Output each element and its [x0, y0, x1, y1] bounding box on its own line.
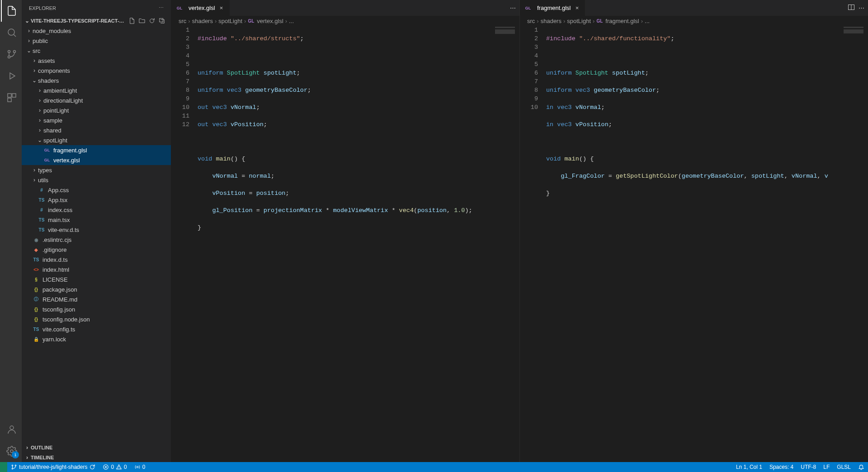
- status-lncol[interactable]: Ln 1, Col 1: [732, 462, 766, 472]
- json-icon: {}: [33, 306, 40, 313]
- chevron-right-icon: ›: [31, 57, 38, 64]
- chevron-right-icon: ›: [215, 18, 217, 24]
- new-file-button[interactable]: [127, 16, 137, 25]
- remote-button[interactable]: [0, 462, 7, 472]
- tree-file-app-tsx[interactable]: TSApp.tsx: [22, 195, 171, 205]
- sidebar-more[interactable]: ⋯: [159, 5, 164, 11]
- chevron-right-icon: ›: [563, 18, 565, 24]
- chevron-right-icon: ›: [36, 117, 43, 123]
- code-editor[interactable]: 123456789101112 #include "../shared/stru…: [171, 26, 519, 462]
- tree-folder-shaders[interactable]: ⌄shaders: [22, 76, 171, 85]
- breadcrumb[interactable]: src› shaders› spotLight› GLvertex.glsl› …: [171, 16, 519, 26]
- refresh-button[interactable]: [147, 16, 156, 25]
- tree-folder-utils[interactable]: ›utils: [22, 175, 171, 185]
- tree-file-vite-config[interactable]: TSvite.config.ts: [22, 324, 171, 334]
- ts-icon: TS: [38, 226, 45, 233]
- close-icon[interactable]: ×: [218, 5, 225, 11]
- tree-folder-pointLight[interactable]: ›pointLight: [22, 105, 171, 115]
- tree-file-eslintrc[interactable]: ◉.eslintrc.cjs: [22, 235, 171, 245]
- status-notifications[interactable]: [854, 462, 868, 472]
- tab-vertex-glsl[interactable]: GL vertex.glsl ×: [171, 0, 230, 16]
- tree-file-index-html[interactable]: <>index.html: [22, 264, 171, 274]
- status-ports[interactable]: 0: [131, 462, 149, 472]
- tabs-bar: GL fragment.glsl × ⋯: [520, 0, 868, 16]
- minimap[interactable]: [492, 26, 519, 462]
- svg-point-16: [137, 466, 138, 468]
- html-icon: <>: [33, 266, 40, 273]
- tabs-bar: GL vertex.glsl × ⋯: [171, 0, 519, 16]
- ts-icon: TS: [33, 326, 40, 333]
- new-folder-button[interactable]: [137, 16, 146, 25]
- activity-search[interactable]: [1, 22, 23, 43]
- chevron-right-icon: ›: [244, 18, 246, 24]
- account-icon: [6, 424, 17, 435]
- code-content: #include "../shared/functionality"; unif…: [546, 26, 868, 462]
- tree-file-vertex-glsl[interactable]: GLvertex.glsl: [22, 155, 171, 165]
- editor-more[interactable]: ⋯: [859, 5, 864, 11]
- status-branch[interactable]: tutorial/three-js/light-shaders: [7, 462, 99, 472]
- tree-file-gitignore[interactable]: ◆.gitignore: [22, 245, 171, 255]
- code-editor[interactable]: 12345678910 #include "../shared/function…: [520, 26, 868, 462]
- editor-more[interactable]: ⋯: [510, 5, 516, 11]
- glsl-icon: GL: [176, 5, 183, 12]
- chevron-right-icon: ›: [593, 18, 594, 24]
- tree-folder-sample[interactable]: ›sample: [22, 115, 171, 125]
- breadcrumb[interactable]: src› shaders› spotLight› GLfragment.glsl…: [520, 16, 868, 26]
- tab-fragment-glsl[interactable]: GL fragment.glsl ×: [520, 0, 585, 16]
- status-eol[interactable]: LF: [820, 462, 833, 472]
- tree-file-tsconfig-node[interactable]: {}tsconfig.node.json: [22, 314, 171, 324]
- tree-file-tsconfig[interactable]: {}tsconfig.json: [22, 304, 171, 314]
- svg-point-1: [8, 51, 10, 53]
- chevron-right-icon: ›: [36, 97, 43, 104]
- tree-file-index-css[interactable]: #index.css: [22, 205, 171, 215]
- glsl-icon: GL: [248, 19, 254, 24]
- project-section-header[interactable]: ⌄ VITE-THREEJS-TYPESCRIPT-REACT-GLSL-STA…: [22, 16, 171, 26]
- status-language[interactable]: GLSL: [833, 462, 854, 472]
- tree-folder-ambientLight[interactable]: ›ambientLight: [22, 85, 171, 95]
- tree-file-index-dts[interactable]: TSindex.d.ts: [22, 255, 171, 264]
- activity-extensions[interactable]: [1, 87, 23, 109]
- glsl-icon: GL: [43, 146, 51, 154]
- tree-folder-shared[interactable]: ›shared: [22, 125, 171, 135]
- sidebar: EXPLORER ⋯ ⌄ VITE-THREEJS-TYPESCRIPT-REA…: [22, 0, 171, 462]
- chevron-right-icon: ›: [31, 177, 38, 183]
- tree-folder-components[interactable]: ›components: [22, 66, 171, 76]
- tree-file-fragment-glsl[interactable]: GLfragment.glsl: [22, 145, 171, 155]
- activity-scm[interactable]: [1, 43, 23, 65]
- activity-settings[interactable]: 1: [1, 440, 23, 462]
- tree-folder-node_modules[interactable]: ›node_modules: [22, 26, 171, 36]
- files-icon: [6, 5, 17, 16]
- tree-file-readme[interactable]: ⓘREADME.md: [22, 294, 171, 304]
- tree-folder-spotLight[interactable]: ⌄spotLight: [22, 135, 171, 145]
- tree-folder-public[interactable]: ›public: [22, 36, 171, 46]
- status-problems[interactable]: 0 0: [99, 462, 130, 472]
- tree-file-vite-env[interactable]: TSvite-env.d.ts: [22, 225, 171, 235]
- close-icon[interactable]: ×: [573, 5, 580, 11]
- tree-folder-src[interactable]: ⌄src: [22, 46, 171, 56]
- minimap[interactable]: [841, 26, 868, 462]
- tree-file-package-json[interactable]: {}package.json: [22, 284, 171, 294]
- tree-file-app-css[interactable]: #App.css: [22, 185, 171, 195]
- tree-file-license[interactable]: §LICENSE: [22, 274, 171, 284]
- activity-account[interactable]: [1, 419, 23, 440]
- activity-explorer[interactable]: [1, 0, 23, 22]
- status-bar: tutorial/three-js/light-shaders 0 0 0 Ln…: [0, 462, 868, 472]
- outline-section[interactable]: ›OUTLINE: [22, 442, 171, 452]
- status-spaces[interactable]: Spaces: 4: [766, 462, 797, 472]
- collapse-all-button[interactable]: [157, 16, 166, 25]
- split-editor-button[interactable]: [848, 4, 855, 12]
- tree-folder-directionalLight[interactable]: ›directionalLight: [22, 95, 171, 105]
- chevron-right-icon: ›: [36, 127, 43, 133]
- tree-file-main-tsx[interactable]: TSmain.tsx: [22, 215, 171, 225]
- activity-debug[interactable]: [1, 65, 23, 87]
- chevron-right-icon: ›: [188, 18, 190, 24]
- chevron-down-icon: ⌄: [25, 47, 33, 54]
- timeline-section[interactable]: ›TIMELINE: [22, 452, 171, 462]
- tree-folder-assets[interactable]: ›assets: [22, 56, 171, 66]
- status-encoding[interactable]: UTF-8: [797, 462, 820, 472]
- ts-icon: TS: [33, 256, 40, 263]
- sidebar-header: EXPLORER ⋯: [22, 0, 171, 16]
- tree-folder-types[interactable]: ›types: [22, 165, 171, 175]
- editor-area: GL vertex.glsl × ⋯ src› shaders› spotLig…: [171, 0, 868, 462]
- tree-file-yarn-lock[interactable]: 🔒yarn.lock: [22, 334, 171, 344]
